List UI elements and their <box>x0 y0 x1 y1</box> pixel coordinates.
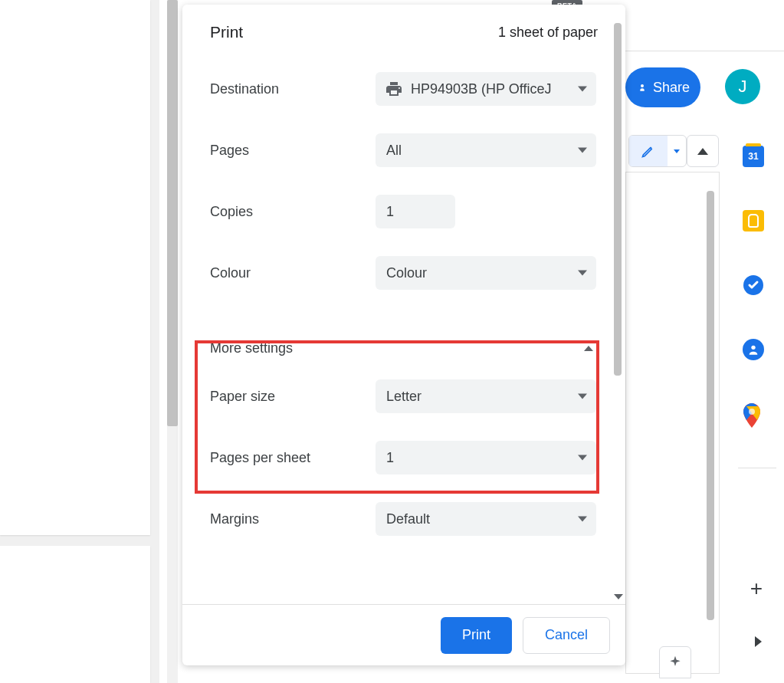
svg-point-1 <box>751 346 755 350</box>
edit-mode-group[interactable] <box>628 135 687 167</box>
dialog-footer: Print Cancel <box>182 604 625 665</box>
thumbnails-scrollbar[interactable] <box>167 0 178 683</box>
svg-point-2 <box>749 409 755 415</box>
page-thumbnail-1[interactable] <box>0 0 150 535</box>
pages-per-sheet-value: 1 <box>386 450 394 466</box>
pages-label: Pages <box>210 143 376 159</box>
copies-label: Copies <box>210 204 376 220</box>
page-thumbnail-2[interactable] <box>0 546 150 683</box>
keep-icon[interactable] <box>743 210 764 231</box>
margins-select[interactable]: Default <box>376 502 596 536</box>
edit-mode-button[interactable] <box>629 136 668 166</box>
add-app-icon[interactable]: + <box>746 576 767 598</box>
more-settings-toggle[interactable]: More settings <box>210 317 598 379</box>
pages-per-sheet-label: Pages per sheet <box>210 450 376 466</box>
cancel-button[interactable]: Cancel <box>523 617 610 654</box>
pages-select[interactable]: All <box>376 133 596 167</box>
explore-button[interactable] <box>659 646 691 678</box>
destination-value: HP94903B (HP OfficeJ <box>411 81 551 97</box>
thumbnails-panel <box>0 0 159 683</box>
dialog-scroll-down-arrow[interactable] <box>614 594 623 599</box>
edit-mode-dropdown[interactable] <box>668 149 686 153</box>
lock-icon <box>636 81 648 94</box>
copies-input[interactable] <box>376 195 455 228</box>
chevron-down-icon <box>578 87 587 92</box>
print-dialog: Print 1 sheet of paper Destination HP949… <box>182 5 625 665</box>
maps-icon[interactable] <box>743 403 761 428</box>
margins-value: Default <box>386 511 430 527</box>
side-panel-divider <box>738 468 776 468</box>
paper-size-select[interactable]: Letter <box>376 379 596 413</box>
document-canvas <box>625 172 720 674</box>
side-panel: 31 <box>743 146 772 471</box>
destination-label: Destination <box>210 81 376 97</box>
sparkle-icon <box>668 655 683 670</box>
pages-value: All <box>386 143 402 159</box>
chevron-down-icon <box>578 517 587 522</box>
colour-select[interactable]: Colour <box>376 256 596 290</box>
paper-size-value: Letter <box>386 389 422 405</box>
chevron-down-icon <box>578 271 587 276</box>
print-button[interactable]: Print <box>441 617 512 654</box>
calendar-icon[interactable]: 31 <box>743 146 764 167</box>
pencil-icon <box>641 143 656 159</box>
share-label: Share <box>653 80 690 96</box>
paper-size-label: Paper size <box>210 389 376 405</box>
separator <box>625 51 784 51</box>
colour-label: Colour <box>210 265 376 281</box>
colour-value: Colour <box>386 265 427 281</box>
sheet-count: 1 sheet of paper <box>498 25 598 41</box>
dialog-scrollbar-thumb[interactable] <box>614 23 622 376</box>
more-settings-label: More settings <box>210 340 293 356</box>
printer-icon <box>385 80 403 98</box>
dialog-title: Print <box>210 23 243 41</box>
tasks-icon[interactable] <box>743 274 764 296</box>
chevron-up-icon <box>584 346 593 351</box>
chevron-down-icon <box>578 455 587 461</box>
contacts-icon[interactable] <box>743 339 764 360</box>
pages-per-sheet-select[interactable]: 1 <box>376 441 596 474</box>
user-avatar[interactable]: J <box>725 69 760 104</box>
collapse-toolbar-button[interactable] <box>687 135 719 167</box>
margins-label: Margins <box>210 511 376 527</box>
chevron-down-icon <box>674 149 680 153</box>
chevron-up-icon <box>697 148 708 155</box>
chevron-down-icon <box>578 148 587 153</box>
chevron-down-icon <box>578 394 587 399</box>
document-scrollbar-thumb[interactable] <box>707 191 714 620</box>
hide-side-panel-button[interactable] <box>747 631 769 652</box>
destination-select[interactable]: HP94903B (HP OfficeJ <box>376 72 596 106</box>
share-button[interactable]: Share <box>625 67 700 107</box>
thumbnails-scrollbar-thumb[interactable] <box>167 0 178 426</box>
chevron-right-icon <box>755 636 762 647</box>
